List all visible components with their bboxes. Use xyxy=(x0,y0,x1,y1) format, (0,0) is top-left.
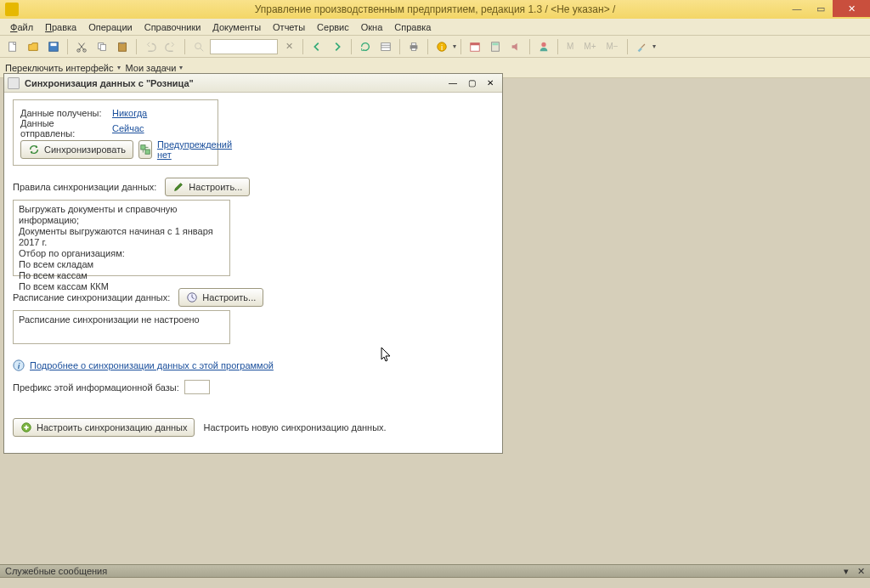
more-info-link[interactable]: Подробнее о синхронизации данных с этой … xyxy=(30,360,274,370)
synchronize-button[interactable]: Синхронизировать xyxy=(20,140,133,159)
svg-rect-8 xyxy=(120,42,124,43)
close-button[interactable]: ✕ xyxy=(833,0,870,17)
svg-rect-6 xyxy=(100,44,105,50)
no-warnings-link[interactable]: Предупреждений нет xyxy=(157,139,232,160)
calendar-icon[interactable] xyxy=(466,37,484,56)
menu-bar: Файл Правка Операции Справочники Докумен… xyxy=(0,19,870,36)
rules-textarea[interactable]: Выгружать документы и справочную информа… xyxy=(13,200,230,276)
calc-icon[interactable] xyxy=(486,37,505,56)
dialog-close-button[interactable]: ✕ xyxy=(482,76,499,90)
new-sync-button[interactable]: Настроить синхронизацию данных xyxy=(13,418,195,437)
toolbar-separator xyxy=(460,39,461,54)
undo-icon[interactable] xyxy=(141,37,160,56)
help-icon[interactable]: i xyxy=(432,37,451,56)
data-sent-label: Данные отправлены: xyxy=(20,118,105,139)
menu-reports[interactable]: Отчеты xyxy=(268,20,310,34)
dialog-titlebar: Синхронизация данных с "Розница" — ▢ ✕ xyxy=(4,74,502,93)
calc-mminus-button[interactable]: M− xyxy=(602,37,623,56)
svg-rect-21 xyxy=(141,145,145,150)
svg-rect-10 xyxy=(381,42,391,50)
print-icon[interactable] xyxy=(404,37,423,56)
save-icon[interactable] xyxy=(44,37,63,56)
list-icon[interactable] xyxy=(376,37,395,56)
paste-icon[interactable] xyxy=(113,37,132,56)
my-tasks-button[interactable]: Мои задачи▾ xyxy=(126,63,184,73)
open-icon[interactable] xyxy=(24,37,42,56)
synchronize-label: Синхронизировать xyxy=(44,144,126,155)
dialog-minimize-button[interactable]: — xyxy=(444,76,461,90)
calc-m-button[interactable]: M xyxy=(562,37,578,56)
prefix-input[interactable] xyxy=(184,380,210,394)
messages-header[interactable]: Служебные сообщения ▾ ✕ xyxy=(0,564,870,578)
menu-service[interactable]: Сервис xyxy=(312,20,354,34)
sync-settings-button[interactable] xyxy=(138,140,152,159)
configure-schedule-label: Настроить... xyxy=(202,292,256,302)
data-sent-link[interactable]: Сейчас xyxy=(112,123,144,133)
menu-catalogs[interactable]: Справочники xyxy=(139,20,206,34)
messages-panel: Служебные сообщения ▾ ✕ xyxy=(0,564,870,588)
configure-rules-button[interactable]: Настроить... xyxy=(165,178,250,196)
copy-icon[interactable] xyxy=(93,37,111,56)
svg-rect-13 xyxy=(411,48,415,50)
brush-icon[interactable] xyxy=(632,37,651,56)
toolbar-separator xyxy=(627,39,628,54)
svg-text:i: i xyxy=(441,42,443,51)
svg-rect-7 xyxy=(119,42,127,51)
svg-point-20 xyxy=(541,42,545,46)
sync-icon xyxy=(28,144,40,155)
messages-body xyxy=(0,578,870,588)
new-sync-hint: Настроить новую синхронизацию данных. xyxy=(203,422,386,433)
search-input[interactable] xyxy=(210,39,278,54)
menu-windows[interactable]: Окна xyxy=(356,20,388,34)
refresh-icon[interactable] xyxy=(356,37,375,56)
svg-rect-0 xyxy=(9,42,16,51)
toolbar-separator xyxy=(136,39,137,54)
svg-rect-17 xyxy=(471,42,480,45)
minimize-button[interactable]: — xyxy=(785,0,809,17)
nav-back-icon[interactable] xyxy=(308,37,326,56)
nav-forward-icon[interactable] xyxy=(328,37,347,56)
dialog-maximize-button[interactable]: ▢ xyxy=(463,76,480,90)
help-dropdown-icon[interactable]: ▾ xyxy=(453,42,456,50)
menu-documents[interactable]: Документы xyxy=(207,20,266,34)
dialog-body: Данные получены: Никогда Данные отправле… xyxy=(4,93,502,453)
app-title: Управление производственным предприятием… xyxy=(0,3,870,15)
user-icon[interactable] xyxy=(534,37,553,56)
pencil-icon xyxy=(172,181,184,193)
toolbar-separator xyxy=(302,39,303,54)
schedule-textarea[interactable]: Расписание синхронизации не настроено xyxy=(13,310,230,344)
main-toolbar: ✕ i ▾ M M+ M− ▾ xyxy=(0,36,870,58)
toolbar-separator xyxy=(427,39,428,54)
toolbar-separator xyxy=(184,39,185,54)
new-sync-label: Настроить синхронизацию данных xyxy=(37,422,187,433)
dialog-icon xyxy=(8,77,20,89)
clear-search-icon[interactable]: ✕ xyxy=(280,37,298,56)
menu-file-label: айл xyxy=(17,22,33,32)
sound-icon[interactable] xyxy=(506,37,525,56)
svg-rect-19 xyxy=(493,42,499,45)
svg-point-9 xyxy=(195,42,201,48)
my-tasks-label: Мои задачи xyxy=(126,63,177,73)
maximize-button[interactable]: ▭ xyxy=(809,0,833,17)
find-icon[interactable] xyxy=(189,37,208,56)
toolbar-separator xyxy=(557,39,558,54)
data-received-link[interactable]: Никогда xyxy=(112,108,147,118)
configure-schedule-button[interactable]: Настроить... xyxy=(178,288,263,307)
messages-collapse-button[interactable]: ▾ xyxy=(844,566,849,577)
cut-icon[interactable] xyxy=(72,37,91,56)
brush-dropdown-icon[interactable]: ▾ xyxy=(652,42,656,50)
menu-file[interactable]: Файл xyxy=(5,20,38,34)
messages-close-button[interactable]: ✕ xyxy=(857,566,865,577)
info-icon: i xyxy=(13,359,25,371)
window-buttons: — ▭ ✕ xyxy=(785,0,870,17)
messages-title: Служебные сообщения xyxy=(5,566,107,576)
toolbar-separator xyxy=(399,39,400,54)
menu-operations[interactable]: Операции xyxy=(83,20,137,34)
calc-mplus-button[interactable]: M+ xyxy=(579,37,600,56)
toolbar-separator xyxy=(529,39,530,54)
redo-icon[interactable] xyxy=(161,37,180,56)
new-doc-icon[interactable] xyxy=(3,37,22,56)
menu-edit[interactable]: Правка xyxy=(40,20,82,34)
switch-interface-button[interactable]: Переключить интерфейс▾ xyxy=(5,63,121,73)
menu-help[interactable]: Справка xyxy=(389,20,436,34)
